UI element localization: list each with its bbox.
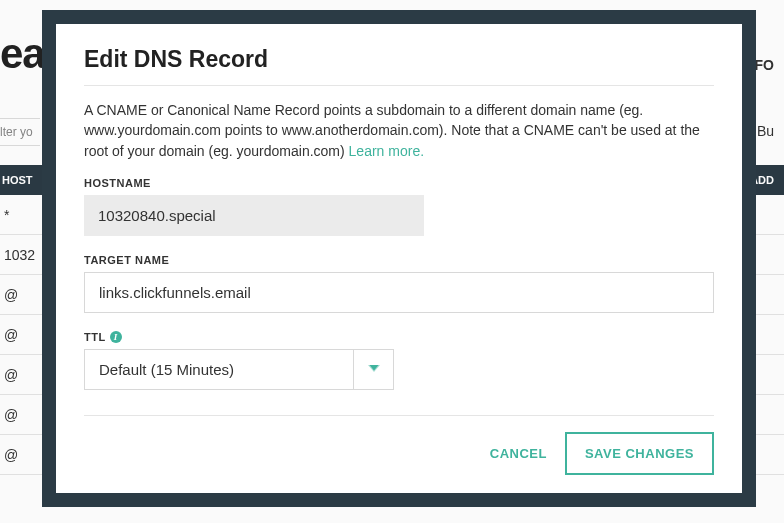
ttl-label-text: TTL (84, 331, 106, 343)
cancel-button[interactable]: CANCEL (490, 446, 547, 461)
modal-title: Edit DNS Record (84, 46, 714, 73)
hostname-label: HOSTNAME (84, 177, 714, 189)
modal-footer: CANCEL SAVE CHANGES (84, 416, 714, 475)
modal-description: A CNAME or Canonical Name Record points … (84, 100, 714, 161)
target-name-input[interactable] (84, 272, 714, 313)
info-icon[interactable]: i (110, 331, 122, 343)
target-name-label: TARGET NAME (84, 254, 714, 266)
modal-overlay: Edit DNS Record A CNAME or Canonical Nam… (0, 0, 784, 523)
ttl-select-value[interactable]: Default (15 Minutes) (84, 349, 354, 390)
edit-dns-modal: Edit DNS Record A CNAME or Canonical Nam… (56, 24, 742, 493)
chevron-down-icon (367, 364, 381, 374)
save-changes-button[interactable]: SAVE CHANGES (565, 432, 714, 475)
hostname-field: 10320840.special (84, 195, 424, 236)
ttl-select-caret[interactable] (354, 349, 394, 390)
modal-frame: Edit DNS Record A CNAME or Canonical Nam… (42, 10, 756, 507)
ttl-select[interactable]: Default (15 Minutes) (84, 349, 714, 390)
divider (84, 85, 714, 86)
ttl-label: TTL i (84, 331, 714, 343)
learn-more-link[interactable]: Learn more. (349, 143, 424, 159)
